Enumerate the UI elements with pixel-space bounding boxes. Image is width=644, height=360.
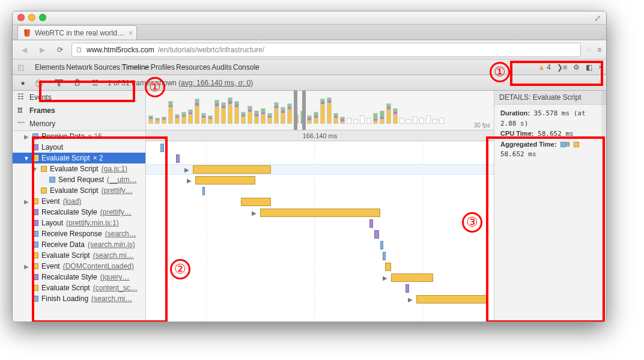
flame-expand-icon[interactable]: ▶ <box>187 177 192 184</box>
range-handle-right[interactable] <box>302 91 306 130</box>
filter-icon[interactable] <box>53 78 64 88</box>
details-scrollbar[interactable] <box>601 91 606 322</box>
warning-icon: ▲ <box>538 63 545 72</box>
category-memory[interactable]: 〰Memory <box>13 117 145 130</box>
frames-view-icon[interactable]: ☱ <box>90 78 100 88</box>
inspect-icon[interactable]: ◰ <box>17 63 24 72</box>
chrome-menu-icon[interactable]: ≡ <box>597 46 601 54</box>
flame-expand-icon[interactable]: ▶ <box>252 210 257 216</box>
overview-bar <box>228 97 232 124</box>
flame-expand-icon[interactable]: ▶ <box>383 275 387 281</box>
flame-bar[interactable] <box>195 176 255 185</box>
category-frames-label: Frames <box>29 106 55 115</box>
timeline-record[interactable]: ▼Evaluate Script (ga.js:1) <box>13 163 145 174</box>
timeline-record[interactable]: Evaluate Script (content_sc… <box>13 282 145 293</box>
flame-bar[interactable] <box>202 187 205 195</box>
overview-bar <box>340 117 345 124</box>
devtools-tab-profiles[interactable]: Profiles <box>151 63 175 72</box>
devtools-tab-sources[interactable]: Sources <box>94 63 120 72</box>
overview-bar <box>386 103 391 124</box>
trash-icon[interactable] <box>71 78 82 88</box>
timeline-overview[interactable]: 30 fps <box>146 91 494 130</box>
flame-bar[interactable] <box>176 154 180 163</box>
timeline-record[interactable]: Send Request (__utm… <box>13 174 145 185</box>
warnings-badge[interactable]: ▲4 <box>538 63 551 72</box>
timeline-record[interactable]: ▼Evaluate Script × 2 <box>13 153 145 163</box>
overview-bar <box>287 103 292 124</box>
overview-bar <box>413 117 418 124</box>
overview-bar <box>241 112 246 124</box>
console-drawer-icon[interactable]: ❯≡ <box>557 63 567 72</box>
flame-bar[interactable] <box>374 230 379 239</box>
record-button[interactable]: ● <box>17 78 28 88</box>
flame-bar[interactable] <box>369 219 373 228</box>
timeline-record[interactable]: Evaluate Script (prettify… <box>13 185 145 196</box>
ruler-label: 166.140 ms <box>303 132 337 139</box>
timeline-record[interactable]: Evaluate Script (search.mi… <box>13 250 145 261</box>
flame-bar[interactable] <box>193 165 271 174</box>
category-events[interactable]: ☷Events <box>13 91 145 104</box>
clear-button[interactable]: ⃠ <box>35 78 46 88</box>
timeline-record[interactable]: Layout (prettify.min.js:1) <box>13 218 145 228</box>
timeline-categories: ☷Events ⟟⟟Frames 〰Memory <box>13 91 145 131</box>
frames-stats-link[interactable]: avg: 166.140 ms, σ: 0 <box>181 79 251 87</box>
minimize-icon[interactable] <box>28 14 35 21</box>
category-frames[interactable]: ⟟⟟Frames <box>13 104 145 117</box>
timeline-record[interactable]: ▶Event (load) <box>13 196 145 207</box>
timeline-record[interactable]: Receive Data (search.min.js) <box>13 239 145 250</box>
timeline-record[interactable]: ▶Receive Data × 16 <box>13 131 145 142</box>
memory-icon: 〰 <box>17 119 25 127</box>
close-tab-icon[interactable]: × <box>129 29 133 37</box>
flame-bar[interactable] <box>241 198 271 206</box>
flame-bar[interactable] <box>383 252 386 260</box>
browser-toolbar: ◀ ▶ ⟳ 🗋 www.html5rocks.com/en/tutorials/… <box>13 40 606 59</box>
timeline-record[interactable]: Recalculate Style (jquery… <box>13 272 145 282</box>
devtools-tab-timeline[interactable]: Timeline <box>122 63 149 72</box>
globe-icon: 🗋 <box>76 46 83 54</box>
flame-bar[interactable] <box>385 263 391 271</box>
fullscreen-icon[interactable]: ⤢ <box>594 13 601 23</box>
devtools-tab-elements[interactable]: Elements <box>35 63 65 72</box>
overview-bar <box>195 99 199 124</box>
zoom-icon[interactable] <box>39 14 46 21</box>
browser-tab[interactable]: WebRTC in the real world… × <box>17 25 137 40</box>
settings-gear-icon[interactable]: ⚙ <box>573 63 580 72</box>
flame-bar[interactable] <box>406 284 409 293</box>
range-handle-left[interactable] <box>294 91 297 130</box>
overview-bar <box>221 102 226 124</box>
timeline-record[interactable]: Layout <box>13 142 145 153</box>
close-icon[interactable] <box>17 14 25 21</box>
flame-expand-icon[interactable]: ▶ <box>408 296 413 303</box>
flame-bar[interactable] <box>391 273 433 282</box>
mac-titlebar: ⤢ <box>13 11 606 25</box>
address-bar[interactable]: 🗋 www.html5rocks.com/en/tutorials/webrtc… <box>71 43 581 57</box>
frames-stats-prefix: 1 of 31 frames shown ( <box>108 79 181 87</box>
reload-button[interactable]: ⟳ <box>53 43 67 56</box>
devtools-tab-audits[interactable]: Audits <box>211 63 231 72</box>
timeline-flamechart[interactable]: ▶▶▶▶▶ <box>146 141 494 322</box>
flame-bar[interactable] <box>416 295 488 304</box>
dock-side-icon[interactable]: ◧ <box>586 63 592 72</box>
timeline-record[interactable]: ▶Event (DOMContentLoaded) <box>13 261 145 272</box>
timeline-record[interactable]: Receive Response (search… <box>13 228 145 239</box>
devtools-tab-resources[interactable]: Resources <box>176 63 210 72</box>
flame-expand-icon[interactable]: ▶ <box>184 166 189 173</box>
url-path: /en/tutorials/webrtc/infrastructure/ <box>158 46 264 54</box>
timeline-records[interactable]: ▶Receive Data × 16Layout▼Evaluate Script… <box>13 131 145 322</box>
details-pane: DETAILS: Evaluate Script Duration: 35.57… <box>494 91 606 322</box>
close-devtools-icon[interactable]: × <box>598 63 603 72</box>
overview-bar <box>248 106 252 124</box>
timeline-record[interactable]: Finish Loading (search.mi… <box>13 293 145 304</box>
timeline-record[interactable]: Recalculate Style (prettify… <box>13 207 145 218</box>
overview-bar <box>267 113 272 124</box>
back-button[interactable]: ◀ <box>17 43 31 56</box>
flame-bar[interactable] <box>260 209 380 217</box>
devtools-tab-console[interactable]: Console <box>233 63 260 72</box>
flame-bar[interactable] <box>380 241 383 249</box>
devtools-tab-network[interactable]: Network <box>66 63 93 72</box>
html5-icon <box>23 29 31 37</box>
bookmark-icon[interactable]: ☆ <box>586 46 592 54</box>
url-host: www.html5rocks.com <box>87 46 154 54</box>
flame-bar[interactable] <box>160 144 164 152</box>
forward-button[interactable]: ▶ <box>35 43 49 56</box>
